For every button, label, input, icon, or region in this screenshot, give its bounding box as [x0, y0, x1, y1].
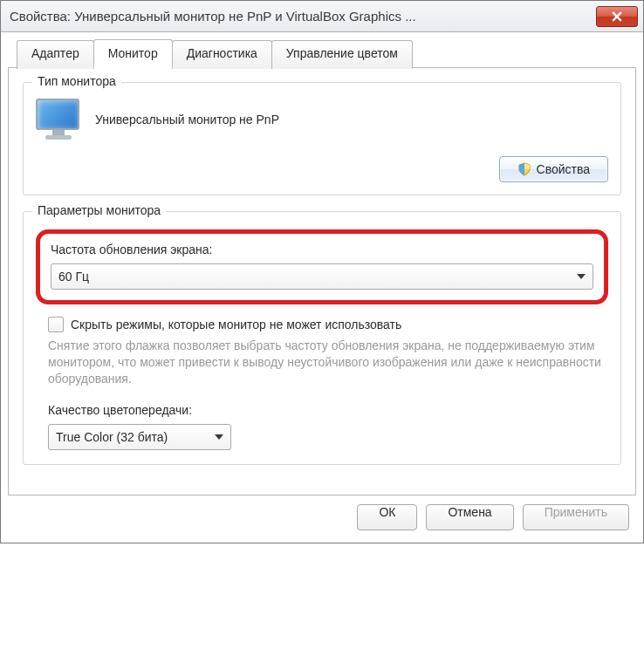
- tab-color-management[interactable]: Управление цветом: [271, 40, 413, 69]
- hide-modes-hint: Снятие этого флажка позволяет выбрать ча…: [48, 338, 605, 387]
- tab-strip: Адаптер Монитор Диагностика Управление ц…: [17, 39, 636, 68]
- shield-icon: [517, 162, 531, 176]
- refresh-rate-value: 60 Гц: [58, 270, 89, 284]
- apply-button[interactable]: Применить: [523, 504, 629, 530]
- monitor-type-row: Универсальный монитор не PnP: [36, 99, 608, 140]
- tab-diagnostics[interactable]: Диагностика: [172, 40, 272, 69]
- refresh-rate-highlight: Частота обновления экрана: 60 Гц: [36, 229, 608, 304]
- close-icon: [612, 11, 622, 22]
- properties-button[interactable]: Свойства: [499, 156, 608, 182]
- group-monitor-params-title: Параметры монитора: [32, 203, 166, 217]
- hide-modes-label: Скрыть режимы, которые монитор не может …: [71, 318, 401, 331]
- tab-panel-monitor: Тип монитора Универсальный монитор не Pn…: [8, 67, 636, 495]
- close-button[interactable]: [596, 6, 638, 27]
- titlebar: Свойства: Универсальный монитор не PnP и…: [1, 1, 643, 32]
- chevron-down-icon: [577, 274, 586, 279]
- color-quality-value: True Color (32 бита): [56, 430, 168, 444]
- group-monitor-type-title: Тип монитора: [32, 74, 121, 88]
- refresh-rate-label: Частота обновления экрана:: [51, 243, 593, 256]
- properties-dialog: Свойства: Универсальный монитор не PnP и…: [0, 0, 644, 543]
- chevron-down-icon: [215, 434, 223, 440]
- dialog-button-bar: ОК Отмена Применить: [8, 495, 636, 534]
- ok-button[interactable]: ОК: [357, 504, 417, 530]
- properties-button-label: Свойства: [537, 162, 590, 176]
- window-title: Свойства: Универсальный монитор не PnP и…: [10, 9, 596, 24]
- group-monitor-type: Тип монитора Универсальный монитор не Pn…: [23, 82, 621, 195]
- tab-monitor[interactable]: Монитор: [93, 39, 173, 68]
- hide-modes-checkbox[interactable]: [48, 317, 64, 332]
- hide-modes-row: Скрыть режимы, которые монитор не может …: [48, 317, 608, 332]
- client-area: Адаптер Монитор Диагностика Управление ц…: [1, 32, 643, 543]
- refresh-rate-dropdown[interactable]: 60 Гц: [51, 263, 593, 290]
- monitor-icon: [36, 99, 81, 140]
- properties-button-row: Свойства: [36, 156, 608, 182]
- color-quality-label: Качество цветопередачи:: [48, 403, 608, 417]
- group-monitor-params: Параметры монитора Частота обновления эк…: [23, 211, 621, 465]
- cancel-button[interactable]: Отмена: [426, 504, 513, 530]
- color-quality-dropdown[interactable]: True Color (32 бита): [48, 424, 231, 450]
- monitor-device-name: Универсальный монитор не PnP: [95, 113, 279, 126]
- tab-adapter[interactable]: Адаптер: [17, 40, 94, 69]
